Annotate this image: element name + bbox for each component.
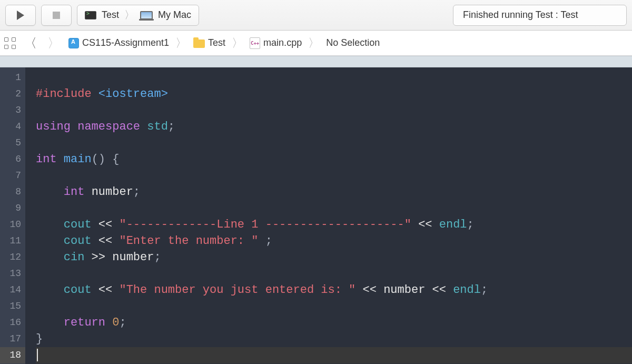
breadcrumb-file-label: main.cpp (263, 37, 302, 48)
scheme-device-label: My Mac (158, 9, 191, 21)
text-caret (37, 349, 38, 361)
stop-button[interactable] (41, 5, 72, 26)
line-number: 12 (0, 249, 21, 265)
line-number-gutter: 123456789101112131415161718 (0, 67, 25, 364)
line-number: 10 (0, 217, 21, 233)
line-number: 11 (0, 233, 21, 249)
mac-icon (140, 11, 153, 19)
tab-bar-placeholder (0, 56, 632, 67)
breadcrumb-folder[interactable]: Test (193, 37, 225, 48)
line-number: 9 (0, 200, 21, 217)
line-number: 16 (0, 314, 21, 331)
line-number: 18 (0, 347, 25, 363)
chevron-right-icon: 〉 (232, 35, 243, 51)
line-number: 6 (0, 151, 21, 168)
jump-bar: 〈 〉 CS115-Assignment1 〉 Test 〉 C++ main.… (0, 31, 632, 56)
breadcrumb-folder-label: Test (208, 37, 225, 48)
code-editor[interactable]: 123456789101112131415161718 #include <io… (0, 67, 632, 364)
folder-icon (193, 40, 205, 48)
line-number: 13 (0, 265, 21, 282)
breadcrumb-selection[interactable]: No Selection (326, 37, 380, 48)
line-number: 1 (0, 70, 21, 86)
line-number: 2 (0, 86, 21, 102)
line-number: 4 (0, 119, 21, 135)
breadcrumb-project-label: CS115-Assignment1 (82, 37, 169, 48)
line-number: 17 (0, 331, 21, 347)
project-icon (68, 38, 79, 48)
nav-back-button[interactable]: 〈 (22, 35, 39, 52)
scheme-selector[interactable]: Test 〉 My Mac (77, 5, 199, 26)
chevron-right-icon: 〉 (175, 35, 187, 51)
activity-status[interactable]: Finished running Test : Test (453, 5, 627, 26)
nav-forward-button[interactable]: 〉 (45, 35, 62, 52)
chevron-right-icon: 〉 (308, 35, 320, 51)
line-number: 5 (0, 135, 21, 151)
scheme-target-label: Test (102, 9, 119, 21)
breadcrumb-project[interactable]: CS115-Assignment1 (68, 37, 169, 48)
line-number: 15 (0, 298, 21, 314)
run-button[interactable] (5, 5, 36, 26)
chevron-right-icon: 〉 (124, 8, 135, 22)
code-area[interactable]: #include <iostream> using namespace std;… (25, 67, 632, 364)
cpp-file-icon: C++ (250, 37, 260, 49)
line-number: 3 (0, 102, 21, 119)
line-number: 14 (0, 282, 21, 298)
line-number: 8 (0, 184, 21, 200)
line-number: 7 (0, 168, 21, 184)
related-items-button[interactable] (4, 37, 16, 49)
breadcrumb-file[interactable]: C++ main.cpp (250, 37, 302, 49)
top-toolbar: Test 〉 My Mac Finished running Test : Te… (0, 0, 632, 31)
play-icon (17, 11, 24, 20)
status-text: Finished running Test : Test (463, 9, 578, 21)
stop-icon (53, 12, 60, 19)
terminal-icon (85, 11, 96, 19)
